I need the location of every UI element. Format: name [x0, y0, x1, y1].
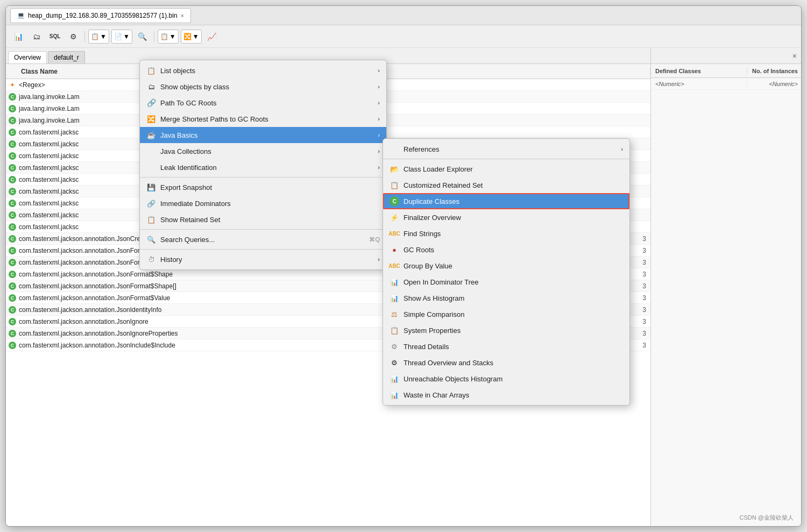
toolbar-btn-histogram[interactable]: 📊 [10, 30, 26, 44]
right-col-header: Defined Classes No. of Instances [651, 64, 801, 78]
row-icon-circle: C [6, 268, 19, 280]
dropdown-arrow-4: ▼ [193, 33, 199, 40]
menu-item-open-dominator-tree[interactable]: 📊 Open In Dominator Tree [383, 274, 629, 290]
tab-default-label: default_r [54, 54, 79, 61]
menu-item-list-objects[interactable]: 📋 List objects › [140, 62, 386, 79]
row-icon-circle: C [6, 316, 19, 328]
tab-overview[interactable]: Overview [8, 51, 47, 63]
menu-item-references[interactable]: References › [383, 141, 629, 157]
menu-item-waste-in-char-arrays[interactable]: 📊 Waste in Char Arrays [383, 387, 629, 403]
menu-item-unreachable-objects[interactable]: 📊 Unreachable Objects Histogram [383, 371, 629, 387]
menu-item-history[interactable]: ⏱ History › [140, 251, 386, 267]
menu-item-thread-details-label: Thread Details [404, 343, 623, 351]
show-retained-set-icon: 📋 [146, 215, 156, 224]
menu-item-finalizer-overview[interactable]: ⚡ Finalizer Overview [383, 209, 629, 225]
duplicate-classes-icon: C [390, 196, 399, 206]
sub-menu-separator-1 [383, 159, 629, 159]
circle-icon: C [9, 140, 16, 148]
menu-item-show-retained-set-label: Show Retained Set [160, 216, 380, 224]
menu-item-duplicate-classes[interactable]: C Duplicate Classes [383, 193, 629, 209]
row-icon-circle: C [6, 162, 19, 174]
toolbar-dropdown-1[interactable]: 📋 ▼ [88, 30, 109, 44]
menu-item-simple-comparison-label: Simple Comparison [404, 310, 623, 318]
java-collections-icon [146, 146, 156, 156]
menu-item-group-by-value[interactable]: ABC Group By Value [383, 258, 629, 274]
circle-icon: C [9, 117, 16, 124]
menu-item-show-histogram[interactable]: 📊 Show As Histogram [383, 290, 629, 306]
close-tab-button[interactable]: × [181, 12, 184, 19]
row-icon-circle: C [6, 221, 19, 233]
search-queries-icon: 🔍 [146, 235, 156, 244]
menu-item-gc-roots[interactable]: ● GC Roots [383, 242, 629, 258]
main-tab[interactable]: 💻 heap_dump_192.168.30.89_1703559812577 … [10, 8, 191, 23]
menu-item-customized-retained[interactable]: 📋 Customized Retained Set [383, 177, 629, 193]
unreachable-objects-icon: 📊 [390, 374, 399, 384]
java-basics-icon: ☕ [146, 130, 156, 140]
menu-item-class-loader-explorer[interactable]: 📂 Class Loader Explorer [383, 161, 629, 177]
toolbar-btn-settings[interactable]: ⚙ [65, 30, 81, 44]
menu-item-java-collections[interactable]: Java Collections › [140, 143, 386, 159]
row-icon-circle: C [6, 233, 19, 245]
menu-item-class-loader-explorer-label: Class Loader Explorer [404, 165, 623, 173]
menu-item-simple-comparison[interactable]: ⚖ Simple Comparison [383, 306, 629, 322]
toolbar-btn-classes[interactable]: 🗂 [29, 30, 45, 44]
menu-item-immediate-dominators[interactable]: 🔗 Immediate Dominators [140, 195, 386, 211]
close-right-panel-button[interactable]: × [792, 52, 797, 60]
menu-item-waste-in-char-arrays-label: Waste in Char Arrays [404, 391, 623, 399]
circle-icon: C [9, 259, 16, 266]
toolbar-btn-sql[interactable]: SQL [47, 30, 63, 44]
tab-icon: 💻 [17, 12, 25, 19]
menu-separator-2 [140, 229, 386, 230]
menu-item-system-properties[interactable]: 📋 System Properties [383, 322, 629, 338]
row-icon-circle: C [6, 138, 19, 150]
system-properties-icon: 📋 [390, 325, 399, 335]
menu-item-leak-identification[interactable]: Leak Identification › [140, 159, 386, 175]
menu-item-leak-identification-arrow: › [378, 164, 380, 171]
toolbar-dropdown-4[interactable]: 🔀 ▼ [181, 30, 202, 44]
toolbar-dropdown-3[interactable]: 📋 ▼ [158, 30, 179, 44]
row-icon-star: ✦ [6, 79, 19, 91]
menu-item-thread-details[interactable]: ⚙ Thread Details [383, 338, 629, 354]
row-icon-circle: C [6, 245, 19, 257]
right-row-1[interactable]: <Numeric> <Numeric> [651, 78, 801, 90]
show-objects-icon: 🗂 [146, 82, 156, 91]
path-gc-icon: 🔗 [146, 98, 156, 108]
menu-item-duplicate-classes-label: Duplicate Classes [404, 197, 623, 205]
menu-item-java-basics[interactable]: ☕ Java Basics › [140, 127, 386, 143]
circle-icon: C [9, 247, 16, 254]
menu-separator-1 [140, 177, 386, 178]
menu-item-merge-paths[interactable]: 🔀 Merge Shortest Paths to GC Roots › [140, 111, 386, 127]
dropdown-arrow-1: ▼ [100, 33, 107, 40]
row-icon-circle: C [6, 126, 19, 138]
circle-icon: C [9, 200, 16, 207]
circle-icon: C [9, 330, 16, 337]
circle-icon: C [9, 342, 16, 349]
menu-item-show-objects[interactable]: 🗂 Show objects by class › [140, 79, 386, 95]
toolbar-btn-search[interactable]: 🔍 [134, 30, 151, 44]
row-icon-circle: C [6, 209, 19, 221]
dropdown-arrow-3: ▼ [169, 33, 176, 40]
toolbar: 📊 🗂 SQL ⚙ 📋 ▼ 📄 ▼ 🔍 📋 ▼ 🔀 ▼ 📈 [6, 25, 801, 48]
dropdown-icon-3: 📋 [160, 33, 168, 40]
row-icon-circle: C [6, 339, 19, 351]
menu-item-export-snapshot[interactable]: 💾 Export Snapshot [140, 179, 386, 195]
toolbar-separator-1 [84, 31, 85, 42]
menu-item-search-queries[interactable]: 🔍 Search Queries... ⌘Q [140, 231, 386, 247]
circle-icon: C [9, 235, 16, 243]
export-snapshot-icon: 💾 [146, 182, 156, 192]
toolbar-btn-chart[interactable]: 📈 [204, 30, 220, 44]
gc-roots-icon: ● [390, 245, 399, 254]
menu-item-find-strings[interactable]: ABC Find Strings [383, 225, 629, 242]
menu-item-merge-paths-arrow: › [378, 116, 380, 122]
menu-item-path-gc[interactable]: 🔗 Path To GC Roots › [140, 95, 386, 111]
row-icon-circle: C [6, 150, 19, 162]
menu-item-java-collections-label: Java Collections [160, 147, 373, 155]
thread-overview-stacks-icon: ⚙ [390, 358, 399, 367]
menu-item-history-label: History [160, 256, 373, 264]
tab-default[interactable]: default_r [48, 51, 85, 63]
menu-item-thread-overview-stacks[interactable]: ⚙ Thread Overview and Stacks [383, 354, 629, 371]
toolbar-dropdown-2[interactable]: 📄 ▼ [111, 30, 132, 44]
right-col2-header: No. of Instances [747, 68, 801, 74]
menu-item-show-retained-set[interactable]: 📋 Show Retained Set [140, 211, 386, 228]
menu-item-search-queries-label: Search Queries... [160, 236, 365, 244]
